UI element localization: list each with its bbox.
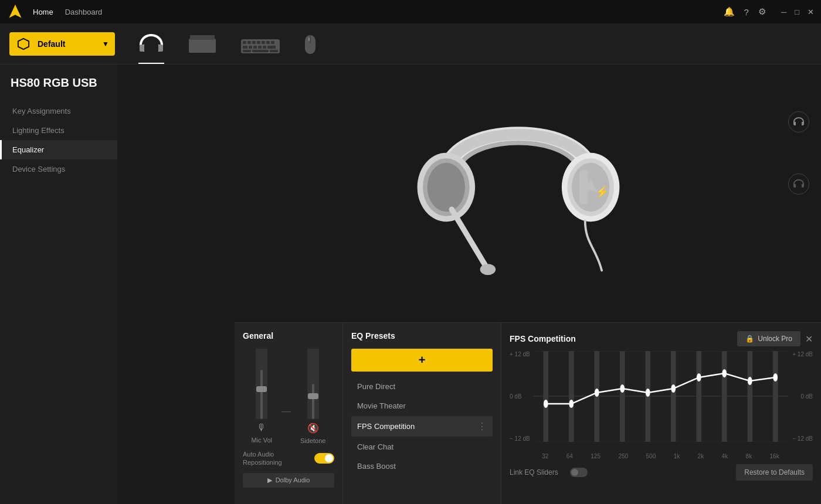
close-button[interactable]: ✕	[808, 8, 814, 16]
maximize-button[interactable]: □	[795, 8, 799, 16]
device-tabs	[138, 23, 317, 64]
mic-vol-label: Mic Vol	[252, 437, 272, 444]
preset-fps-competition[interactable]: FPS Competition ⋮	[351, 416, 493, 437]
svg-text:⚡: ⚡	[595, 185, 609, 199]
svg-rect-8	[247, 41, 251, 44]
dolby-icon: ▶	[267, 476, 272, 484]
preset-movie-theater[interactable]: Movie Theater	[351, 397, 493, 415]
sidebar-item-lighting-effects[interactable]: Lighting Effects	[0, 121, 117, 140]
svg-rect-9	[252, 41, 256, 44]
sidebar-item-equalizer[interactable]: Equalizer	[0, 140, 117, 159]
freq-16k: 16k	[770, 453, 779, 459]
sidebar-item-device-settings[interactable]: Device Settings	[0, 159, 117, 179]
freq-labels: 32 64 125 250 500 1k 2k 4k 8k 16k	[533, 453, 788, 459]
preset-menu-icon[interactable]: ⋮	[477, 421, 487, 432]
sidebar-item-key-assignments[interactable]: Key Assignments	[0, 101, 117, 121]
freq-250: 250	[618, 453, 628, 459]
help-icon[interactable]: ?	[744, 7, 749, 17]
mic-vol-thumb[interactable]	[256, 386, 267, 392]
nav-dashboard[interactable]: Dashboard	[65, 8, 103, 16]
dolby-audio-button[interactable]: ▶ Dolby Audio	[243, 473, 334, 488]
close-fps-button[interactable]: ✕	[805, 333, 813, 345]
db-labels-left: + 12 dB 0 dB − 12 dB	[510, 351, 532, 442]
profile-selector[interactable]: Default ▼	[9, 32, 115, 56]
svg-point-27	[428, 163, 465, 212]
sidetone-thumb[interactable]	[308, 393, 318, 399]
svg-marker-1	[18, 38, 29, 49]
keyboard-tab-icon	[240, 39, 280, 58]
toggle-thumb	[325, 454, 333, 462]
db-mid-right: 0 dB	[788, 393, 813, 400]
sidetone-track[interactable]	[307, 349, 319, 419]
preset-list: Pure Direct Movie Theater FPS Competitio…	[351, 377, 493, 475]
preset-label: Clear Chat	[357, 442, 393, 451]
pad-tab-icon	[188, 34, 217, 58]
svg-rect-7	[243, 41, 246, 44]
auto-audio-label: Auto Audio Repositioning	[243, 450, 301, 467]
panel-general: General 🎙 Mic Vol —	[235, 322, 343, 504]
bottom-panels: General 🎙 Mic Vol —	[235, 322, 821, 504]
auto-audio-row: Auto Audio Repositioning	[243, 450, 334, 467]
side-view-icons	[788, 111, 809, 195]
svg-point-57	[748, 377, 752, 385]
device-tab-mouse[interactable]	[304, 23, 317, 64]
freq-1k: 1k	[674, 453, 680, 459]
svg-rect-2	[140, 45, 144, 52]
eq-presets-title: EQ Presets	[351, 331, 493, 340]
freq-4k: 4k	[722, 453, 728, 459]
add-preset-button[interactable]: +	[351, 349, 493, 372]
svg-rect-11	[262, 41, 265, 44]
unlock-pro-button[interactable]: 🔒 Unlock Pro	[737, 331, 800, 346]
auto-audio-toggle[interactable]	[314, 453, 334, 464]
notification-icon[interactable]: 🔔	[724, 6, 735, 17]
nav-home[interactable]: Home	[33, 8, 53, 16]
link-eq-label: Link EQ Sliders	[510, 468, 558, 476]
svg-rect-13	[271, 41, 274, 44]
fps-header-controls: 🔒 Unlock Pro ✕	[737, 331, 813, 346]
profile-icon	[15, 36, 32, 52]
preset-pure-direct[interactable]: Pure Direct	[351, 377, 493, 396]
svg-rect-21	[252, 50, 269, 52]
freq-8k: 8k	[746, 453, 752, 459]
sidetone-icon: 🔇	[307, 423, 319, 434]
db-bot-right: − 12 dB	[788, 435, 813, 442]
lock-icon: 🔒	[745, 335, 754, 343]
unlock-pro-label: Unlock Pro	[758, 335, 792, 343]
device-tab-keyboard[interactable]	[240, 23, 280, 64]
svg-point-56	[722, 369, 727, 377]
headset-side-view-1[interactable]	[788, 111, 809, 132]
titlebar-controls: 🔔 ? ⚙ ─ □ ✕	[724, 6, 814, 17]
link-eq-toggle[interactable]	[570, 468, 588, 477]
preset-clear-chat[interactable]: Clear Chat	[351, 438, 493, 456]
profile-name: Default	[38, 39, 96, 49]
device-tab-headset[interactable]	[138, 23, 164, 64]
fps-bottom-row: Link EQ Sliders Restore to Defaults	[510, 464, 813, 481]
minimize-button[interactable]: ─	[781, 8, 786, 16]
eq-chart: + 12 dB 0 dB − 12 dB + 12 dB 0 dB − 12 d…	[510, 351, 813, 459]
svg-marker-0	[9, 5, 22, 18]
freq-125: 125	[591, 453, 601, 459]
device-tab-pad[interactable]	[188, 23, 217, 64]
link-eq-toggle-thumb	[571, 469, 578, 476]
freq-500: 500	[646, 453, 656, 459]
panel-fps-competition: FPS Competition 🔒 Unlock Pro ✕ + 12 dB	[501, 322, 821, 504]
profile-dropdown-arrow: ▼	[102, 40, 109, 48]
svg-rect-14	[243, 46, 247, 49]
titlebar: Home Dashboard 🔔 ? ⚙ ─ □ ✕	[0, 0, 821, 23]
headset-illustration: ⚡	[395, 76, 642, 287]
settings-icon[interactable]: ⚙	[758, 6, 766, 17]
restore-defaults-button[interactable]: Restore to Defaults	[736, 464, 813, 481]
headset-side-view-2[interactable]	[788, 173, 809, 195]
preset-label: Pure Direct	[357, 382, 395, 391]
fps-header: FPS Competition 🔒 Unlock Pro ✕	[510, 331, 813, 346]
mic-vol-slider-container: 🎙 Mic Vol	[252, 349, 272, 444]
mouse-tab-icon	[304, 34, 317, 58]
db-top-left: + 12 dB	[510, 351, 532, 357]
preset-bass-boost[interactable]: Bass Boost	[351, 457, 493, 475]
svg-rect-5	[190, 35, 215, 40]
general-sliders: 🎙 Mic Vol — 🔇 Sidetone	[243, 349, 334, 444]
mic-vol-track[interactable]	[256, 349, 267, 419]
panel-eq-presets: EQ Presets + Pure Direct Movie Theater F…	[343, 322, 501, 504]
dolby-label: Dolby Audio	[276, 476, 310, 483]
db-bot-left: − 12 dB	[510, 435, 532, 442]
